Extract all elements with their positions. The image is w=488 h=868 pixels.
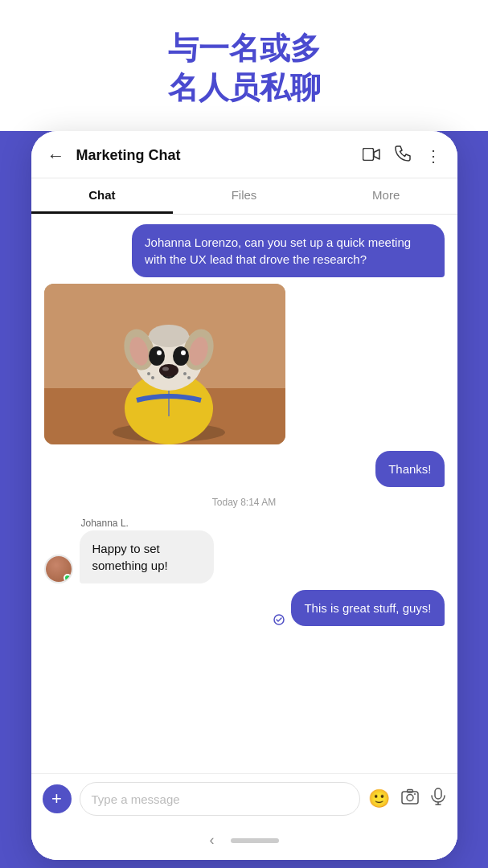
input-placeholder: Type a message [92, 792, 180, 806]
svg-rect-28 [435, 788, 441, 799]
outgoing-message-great: This is great stuff, guys! [291, 590, 444, 626]
outgoing-message-thanks: Thanks! [375, 451, 444, 487]
title-line2: 名人员私聊 [168, 68, 321, 108]
timestamp: Today 8:14 AM [44, 497, 445, 508]
messages-list: Johanna Lorenzo, can you set up a quick … [31, 215, 457, 773]
svg-point-19 [147, 372, 150, 375]
svg-rect-0 [363, 149, 373, 161]
incoming-content: Johanna L. Happy to set something up! [80, 518, 252, 583]
incoming-message-johanna: Happy to set something up! [80, 530, 214, 583]
message-input-bar: + Type a message 🙂 [31, 773, 457, 824]
add-attachment-button[interactable]: + [43, 784, 72, 813]
svg-point-18 [149, 325, 189, 347]
microphone-button[interactable] [430, 788, 446, 810]
svg-rect-24 [402, 792, 418, 804]
svg-point-21 [183, 372, 187, 375]
navigation-bar: ‹ [31, 824, 457, 860]
camera-button[interactable] [401, 788, 419, 810]
svg-point-15 [181, 350, 186, 355]
header-actions: ⋮ [363, 145, 441, 166]
chat-title: Marketing Chat [76, 147, 363, 164]
emoji-button[interactable]: 🙂 [368, 788, 390, 809]
image-message [44, 284, 285, 444]
page-title: 与一名或多 名人员私聊 [168, 29, 321, 108]
tab-bar: Chat Files More [31, 178, 457, 215]
phone-mockup: ← Marketing Chat ⋮ Chat Files More [31, 131, 457, 860]
tab-more[interactable]: More [315, 178, 457, 214]
message-input[interactable]: Type a message [80, 782, 360, 816]
message-row-johanna: Johanna L. Happy to set something up! [44, 518, 445, 583]
title-line1: 与一名或多 [168, 29, 321, 68]
chat-body: Johanna Lorenzo, can you set up a quick … [31, 215, 457, 860]
online-indicator [64, 574, 72, 582]
svg-point-17 [162, 366, 169, 371]
svg-point-14 [157, 350, 162, 355]
read-receipt-icon [273, 613, 286, 626]
message-row-1: Johanna Lorenzo, can you set up a quick … [44, 224, 445, 277]
more-options-button[interactable]: ⋮ [425, 146, 441, 166]
svg-point-13 [173, 346, 189, 366]
voice-call-button[interactable] [395, 145, 411, 166]
chat-header: ← Marketing Chat ⋮ [31, 131, 457, 178]
tab-files[interactable]: Files [173, 178, 315, 214]
svg-point-25 [407, 795, 413, 801]
back-nav-icon[interactable]: ‹ [210, 832, 215, 849]
avatar-johanna [44, 555, 73, 583]
message-row-thanks: Thanks! [44, 451, 445, 487]
svg-point-27 [414, 793, 416, 795]
svg-point-16 [159, 364, 178, 377]
svg-point-20 [151, 376, 154, 379]
input-action-icons: 🙂 [368, 788, 446, 810]
video-call-button[interactable] [363, 146, 380, 165]
outgoing-message-1: Johanna Lorenzo, can you set up a quick … [132, 224, 444, 277]
back-button[interactable]: ← [47, 145, 65, 166]
tab-chat[interactable]: Chat [31, 178, 174, 214]
svg-point-12 [149, 346, 165, 366]
sender-name: Johanna L. [81, 518, 252, 529]
message-row-great: This is great stuff, guys! [44, 590, 445, 626]
home-indicator [231, 838, 279, 843]
svg-point-22 [187, 376, 191, 379]
